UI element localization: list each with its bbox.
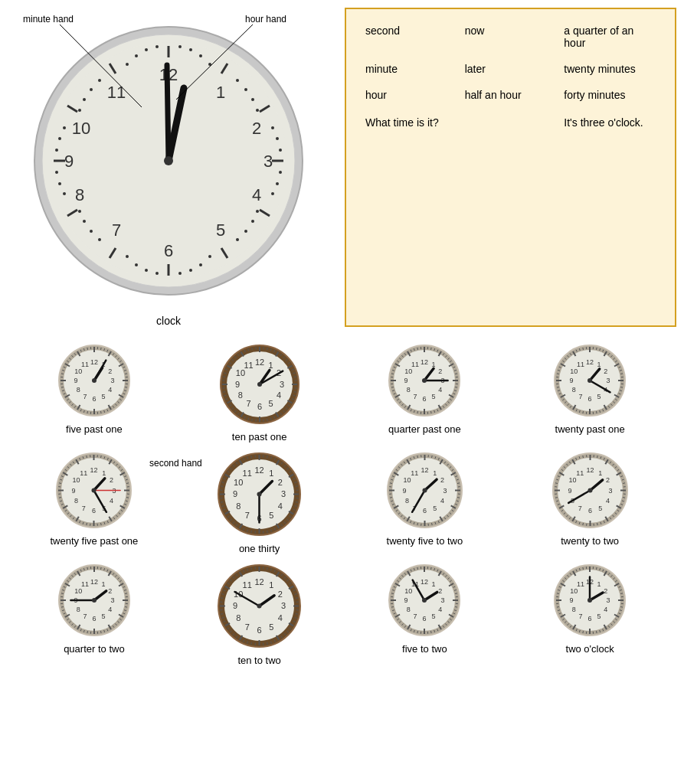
svg-text:2: 2 xyxy=(604,587,607,595)
svg-text:9: 9 xyxy=(74,377,77,384)
svg-line-234 xyxy=(455,387,457,388)
svg-text:4: 4 xyxy=(277,390,281,400)
svg-line-356 xyxy=(597,348,597,350)
svg-text:8: 8 xyxy=(572,606,576,613)
svg-line-661 xyxy=(582,456,583,458)
vocab-minute: minute xyxy=(365,63,457,75)
clock-row-3: 121234567891011 quarter to two 121234567… xyxy=(8,562,676,666)
svg-line-697 xyxy=(125,607,127,608)
svg-point-59 xyxy=(145,48,148,51)
svg-text:5: 5 xyxy=(433,505,437,512)
svg-line-433 xyxy=(101,456,102,458)
svg-line-275 xyxy=(417,348,418,350)
svg-text:9: 9 xyxy=(233,601,237,610)
svg-line-522 xyxy=(296,486,298,487)
svg-line-851 xyxy=(455,607,457,608)
svg-text:5: 5 xyxy=(101,612,105,620)
svg-point-383 xyxy=(587,378,592,383)
svg-text:9: 9 xyxy=(568,487,571,495)
svg-text:1: 1 xyxy=(101,580,105,588)
svg-text:10: 10 xyxy=(405,587,413,595)
svg-text:11: 11 xyxy=(411,361,419,368)
svg-text:11: 11 xyxy=(107,83,126,102)
svg-line-80 xyxy=(125,387,127,388)
svg-line-543 xyxy=(457,498,460,498)
svg-line-896 xyxy=(431,567,432,570)
svg-line-558 xyxy=(417,523,418,525)
svg-line-172 xyxy=(251,419,252,421)
svg-line-341 xyxy=(557,374,559,374)
svg-text:3: 3 xyxy=(281,601,286,610)
second-hand-label: second hand xyxy=(149,458,202,469)
clock-item-5: 121234567891011 one thirty xyxy=(191,450,329,554)
svg-line-157 xyxy=(294,392,296,393)
svg-point-55 xyxy=(90,88,93,91)
svg-point-306 xyxy=(422,378,427,383)
svg-text:4: 4 xyxy=(439,386,443,394)
svg-text:7: 7 xyxy=(246,399,250,408)
clock-caption-4: twenty five past one xyxy=(50,535,138,547)
svg-point-40 xyxy=(145,269,148,272)
svg-point-54 xyxy=(83,98,86,101)
svg-point-46 xyxy=(78,210,81,213)
svg-line-95 xyxy=(87,411,88,413)
svg-line-969 xyxy=(583,567,584,570)
svg-text:10: 10 xyxy=(570,587,578,595)
svg-text:9: 9 xyxy=(64,152,74,171)
svg-text:6: 6 xyxy=(257,402,262,411)
clock-caption-1: ten past one xyxy=(232,431,287,443)
svg-text:2: 2 xyxy=(252,119,261,138)
clock-item-8: 121234567891011 quarter to two xyxy=(25,562,163,666)
svg-line-973 xyxy=(597,567,597,570)
svg-point-19 xyxy=(199,54,202,57)
clock-item-3: 121234567891011 twenty past one xyxy=(521,342,659,443)
vocab-now: now xyxy=(465,24,557,49)
svg-text:12: 12 xyxy=(421,578,428,586)
svg-line-862 xyxy=(431,631,432,633)
clock-caption-0: five past one xyxy=(66,423,123,435)
svg-point-57 xyxy=(126,63,129,66)
vocab-answer-text: It's three o'clock. xyxy=(564,116,656,129)
svg-text:6: 6 xyxy=(92,395,96,403)
svg-text:8: 8 xyxy=(236,613,241,622)
svg-text:1: 1 xyxy=(268,361,273,370)
svg-line-723 xyxy=(61,607,64,608)
svg-text:9: 9 xyxy=(404,377,408,384)
svg-text:1: 1 xyxy=(269,469,273,478)
svg-point-50 xyxy=(55,149,58,152)
svg-text:9: 9 xyxy=(72,487,76,495)
svg-text:3: 3 xyxy=(607,596,610,604)
svg-text:2: 2 xyxy=(606,476,610,484)
svg-point-1000 xyxy=(587,598,592,603)
svg-line-907 xyxy=(455,593,457,594)
svg-line-125 xyxy=(100,348,101,350)
svg-line-311 xyxy=(620,387,623,388)
svg-line-650 xyxy=(555,483,558,484)
svg-text:7: 7 xyxy=(414,393,417,400)
svg-text:6: 6 xyxy=(92,615,96,622)
svg-line-665 xyxy=(597,456,597,458)
svg-text:2: 2 xyxy=(278,478,283,487)
svg-line-738 xyxy=(87,567,88,570)
svg-text:7: 7 xyxy=(579,393,583,400)
svg-line-245 xyxy=(431,411,432,413)
vocab-hour: hour xyxy=(365,89,457,101)
svg-line-481 xyxy=(251,531,252,533)
svg-line-573 xyxy=(390,483,392,484)
svg-text:5: 5 xyxy=(432,393,436,400)
clock-caption-3: twenty past one xyxy=(555,423,625,435)
svg-text:11: 11 xyxy=(577,361,584,368)
svg-point-769 xyxy=(92,598,97,603)
svg-text:1: 1 xyxy=(598,469,602,477)
svg-text:3: 3 xyxy=(110,377,114,384)
svg-line-198 xyxy=(251,348,252,350)
svg-point-34 xyxy=(236,238,239,241)
svg-point-33 xyxy=(244,230,247,233)
svg-line-785 xyxy=(267,642,268,645)
svg-text:5: 5 xyxy=(598,505,602,512)
svg-text:4: 4 xyxy=(278,501,283,511)
svg-point-58 xyxy=(135,54,138,57)
svg-text:1: 1 xyxy=(432,580,436,588)
clock-caption-7: twenty to two xyxy=(561,535,619,547)
svg-point-32 xyxy=(251,220,254,223)
